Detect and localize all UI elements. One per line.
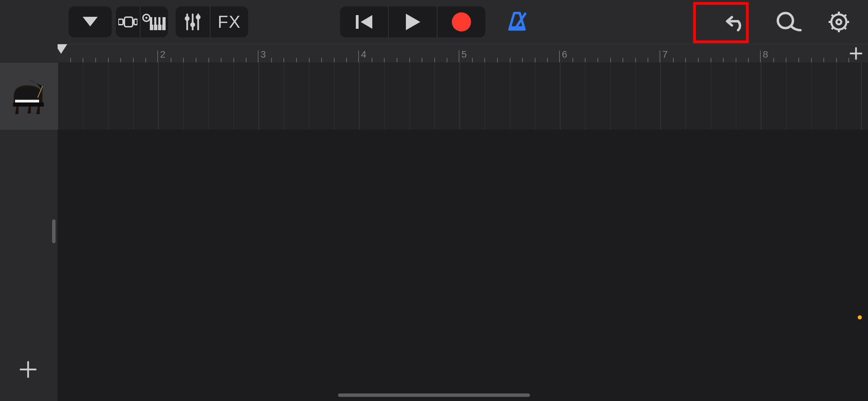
toolbar-right-group	[721, 7, 854, 37]
undo-button[interactable]	[721, 7, 751, 37]
toolbar: FX	[0, 0, 868, 44]
svg-rect-13	[162, 17, 166, 30]
svg-rect-42	[13, 102, 44, 107]
plus-icon	[850, 47, 862, 60]
loop-icon	[773, 12, 802, 32]
svg-marker-24	[361, 15, 372, 29]
svg-rect-16	[160, 17, 162, 25]
plus-icon	[19, 361, 37, 378]
triangle-down-icon	[83, 17, 98, 27]
skip-back-icon	[354, 14, 374, 30]
track-lane[interactable]	[58, 62, 868, 130]
bar-number: 4	[361, 49, 366, 60]
bar-number: 3	[261, 49, 266, 60]
svg-marker-25	[406, 14, 420, 30]
bar-number: 2	[160, 49, 166, 60]
sliders-icon	[183, 12, 202, 32]
svg-rect-2	[124, 17, 133, 27]
instrument-view-button[interactable]	[141, 7, 168, 37]
svg-point-22	[196, 15, 201, 20]
timeline[interactable]	[58, 62, 868, 401]
undo-icon	[725, 12, 747, 32]
bar-number: 7	[662, 49, 668, 60]
loop-button[interactable]	[772, 7, 803, 37]
bar-number: 6	[562, 49, 567, 60]
play-icon	[405, 13, 421, 31]
fx-button[interactable]: FX	[210, 7, 248, 37]
gear-icon	[828, 11, 850, 33]
record-button[interactable]	[437, 7, 485, 37]
bar-number: 5	[461, 49, 467, 60]
svg-rect-1	[118, 19, 123, 25]
svg-rect-15	[156, 17, 158, 25]
add-section-button[interactable]	[847, 45, 865, 62]
svg-point-5	[145, 17, 147, 19]
transport-segmented	[340, 7, 485, 37]
svg-marker-0	[83, 17, 98, 26]
metronome-icon	[506, 11, 528, 32]
toolbar-left-group: FX	[69, 7, 252, 37]
mix-segmented: FX	[176, 7, 248, 37]
svg-rect-3	[134, 19, 137, 25]
track-header-piano[interactable]	[0, 62, 58, 130]
record-icon	[451, 12, 472, 32]
svg-point-20	[185, 16, 190, 21]
privacy-indicator-dot	[858, 315, 862, 319]
go-to-start-button[interactable]	[340, 7, 389, 37]
keyboard-gear-icon	[142, 14, 166, 30]
settings-button[interactable]	[823, 7, 854, 37]
svg-rect-14	[152, 17, 154, 25]
svg-point-31	[836, 20, 841, 24]
svg-point-21	[190, 22, 195, 27]
metronome-button[interactable]	[506, 11, 528, 33]
piano-icon	[8, 76, 49, 117]
scroll-thumb[interactable]	[52, 219, 56, 243]
bar-number: 8	[763, 49, 768, 60]
play-button[interactable]	[389, 7, 437, 37]
tracks-view-icon	[118, 15, 137, 29]
fx-label: FX	[218, 12, 241, 32]
view-mode-segmented	[116, 7, 168, 37]
svg-rect-43	[15, 100, 39, 102]
svg-point-26	[452, 12, 471, 32]
transport-group	[340, 7, 528, 37]
home-indicator[interactable]	[338, 393, 530, 397]
track-controls-button[interactable]	[176, 7, 210, 37]
svg-rect-23	[356, 15, 359, 29]
browser-button[interactable]	[69, 7, 112, 37]
add-track-button[interactable]	[17, 359, 39, 380]
track-headers	[0, 44, 58, 401]
ruler[interactable]: 2345678	[58, 44, 868, 63]
tracks-view-button[interactable]	[116, 7, 141, 37]
